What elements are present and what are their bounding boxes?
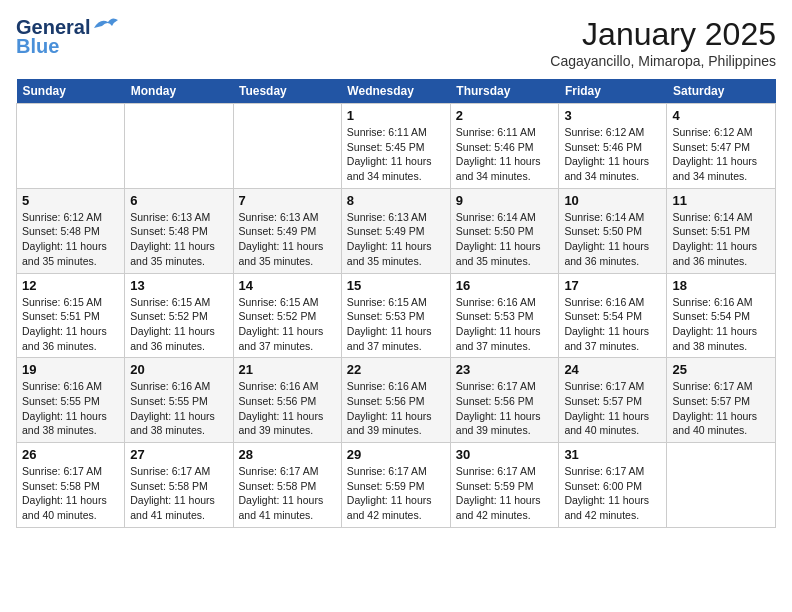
day-detail: Sunrise: 6:12 AM Sunset: 5:47 PM Dayligh… [672, 125, 770, 184]
page-header: General Blue January 2025 Cagayancillo, … [16, 16, 776, 69]
month-year-title: January 2025 [550, 16, 776, 53]
calendar-cell: 14Sunrise: 6:15 AM Sunset: 5:52 PM Dayli… [233, 273, 341, 358]
day-detail: Sunrise: 6:17 AM Sunset: 5:56 PM Dayligh… [456, 379, 554, 438]
calendar-cell: 29Sunrise: 6:17 AM Sunset: 5:59 PM Dayli… [341, 443, 450, 528]
day-number: 20 [130, 362, 227, 377]
day-detail: Sunrise: 6:13 AM Sunset: 5:48 PM Dayligh… [130, 210, 227, 269]
day-number: 18 [672, 278, 770, 293]
day-detail: Sunrise: 6:17 AM Sunset: 5:58 PM Dayligh… [22, 464, 119, 523]
week-row-2: 5Sunrise: 6:12 AM Sunset: 5:48 PM Daylig… [17, 188, 776, 273]
calendar-cell: 1Sunrise: 6:11 AM Sunset: 5:45 PM Daylig… [341, 104, 450, 189]
day-detail: Sunrise: 6:16 AM Sunset: 5:55 PM Dayligh… [130, 379, 227, 438]
day-number: 27 [130, 447, 227, 462]
logo-blue: Blue [16, 35, 59, 58]
day-number: 10 [564, 193, 661, 208]
day-detail: Sunrise: 6:13 AM Sunset: 5:49 PM Dayligh… [347, 210, 445, 269]
day-detail: Sunrise: 6:14 AM Sunset: 5:50 PM Dayligh… [564, 210, 661, 269]
calendar-cell [233, 104, 341, 189]
weekday-header-monday: Monday [125, 79, 233, 104]
weekday-header-sunday: Sunday [17, 79, 125, 104]
day-number: 29 [347, 447, 445, 462]
calendar-cell [17, 104, 125, 189]
calendar-cell [125, 104, 233, 189]
weekday-header-friday: Friday [559, 79, 667, 104]
logo: General Blue [16, 16, 120, 58]
day-detail: Sunrise: 6:17 AM Sunset: 5:57 PM Dayligh… [564, 379, 661, 438]
day-number: 3 [564, 108, 661, 123]
day-number: 25 [672, 362, 770, 377]
calendar-cell: 16Sunrise: 6:16 AM Sunset: 5:53 PM Dayli… [450, 273, 559, 358]
calendar-cell: 20Sunrise: 6:16 AM Sunset: 5:55 PM Dayli… [125, 358, 233, 443]
calendar-cell: 25Sunrise: 6:17 AM Sunset: 5:57 PM Dayli… [667, 358, 776, 443]
calendar-cell: 15Sunrise: 6:15 AM Sunset: 5:53 PM Dayli… [341, 273, 450, 358]
calendar-cell: 24Sunrise: 6:17 AM Sunset: 5:57 PM Dayli… [559, 358, 667, 443]
day-detail: Sunrise: 6:13 AM Sunset: 5:49 PM Dayligh… [239, 210, 336, 269]
calendar-cell: 30Sunrise: 6:17 AM Sunset: 5:59 PM Dayli… [450, 443, 559, 528]
calendar-cell: 4Sunrise: 6:12 AM Sunset: 5:47 PM Daylig… [667, 104, 776, 189]
day-detail: Sunrise: 6:16 AM Sunset: 5:53 PM Dayligh… [456, 295, 554, 354]
calendar-cell: 11Sunrise: 6:14 AM Sunset: 5:51 PM Dayli… [667, 188, 776, 273]
week-row-5: 26Sunrise: 6:17 AM Sunset: 5:58 PM Dayli… [17, 443, 776, 528]
day-detail: Sunrise: 6:15 AM Sunset: 5:52 PM Dayligh… [239, 295, 336, 354]
day-number: 19 [22, 362, 119, 377]
day-detail: Sunrise: 6:17 AM Sunset: 5:58 PM Dayligh… [130, 464, 227, 523]
day-number: 1 [347, 108, 445, 123]
day-detail: Sunrise: 6:16 AM Sunset: 5:54 PM Dayligh… [564, 295, 661, 354]
day-number: 30 [456, 447, 554, 462]
day-number: 11 [672, 193, 770, 208]
day-number: 16 [456, 278, 554, 293]
calendar-cell: 12Sunrise: 6:15 AM Sunset: 5:51 PM Dayli… [17, 273, 125, 358]
weekday-header-tuesday: Tuesday [233, 79, 341, 104]
day-number: 24 [564, 362, 661, 377]
day-detail: Sunrise: 6:11 AM Sunset: 5:46 PM Dayligh… [456, 125, 554, 184]
day-number: 4 [672, 108, 770, 123]
weekday-header-row: SundayMondayTuesdayWednesdayThursdayFrid… [17, 79, 776, 104]
title-block: January 2025 Cagayancillo, Mimaropa, Phi… [550, 16, 776, 69]
day-detail: Sunrise: 6:12 AM Sunset: 5:46 PM Dayligh… [564, 125, 661, 184]
calendar-cell: 21Sunrise: 6:16 AM Sunset: 5:56 PM Dayli… [233, 358, 341, 443]
day-detail: Sunrise: 6:16 AM Sunset: 5:56 PM Dayligh… [347, 379, 445, 438]
calendar-cell [667, 443, 776, 528]
day-number: 15 [347, 278, 445, 293]
calendar-cell: 19Sunrise: 6:16 AM Sunset: 5:55 PM Dayli… [17, 358, 125, 443]
day-detail: Sunrise: 6:17 AM Sunset: 5:59 PM Dayligh… [347, 464, 445, 523]
weekday-header-wednesday: Wednesday [341, 79, 450, 104]
weekday-header-saturday: Saturday [667, 79, 776, 104]
location-subtitle: Cagayancillo, Mimaropa, Philippines [550, 53, 776, 69]
day-number: 8 [347, 193, 445, 208]
day-number: 31 [564, 447, 661, 462]
day-number: 13 [130, 278, 227, 293]
week-row-1: 1Sunrise: 6:11 AM Sunset: 5:45 PM Daylig… [17, 104, 776, 189]
calendar-cell: 2Sunrise: 6:11 AM Sunset: 5:46 PM Daylig… [450, 104, 559, 189]
calendar-cell: 5Sunrise: 6:12 AM Sunset: 5:48 PM Daylig… [17, 188, 125, 273]
day-number: 23 [456, 362, 554, 377]
day-detail: Sunrise: 6:17 AM Sunset: 5:59 PM Dayligh… [456, 464, 554, 523]
day-detail: Sunrise: 6:15 AM Sunset: 5:52 PM Dayligh… [130, 295, 227, 354]
calendar-cell: 3Sunrise: 6:12 AM Sunset: 5:46 PM Daylig… [559, 104, 667, 189]
day-detail: Sunrise: 6:17 AM Sunset: 6:00 PM Dayligh… [564, 464, 661, 523]
weekday-header-thursday: Thursday [450, 79, 559, 104]
calendar-cell: 26Sunrise: 6:17 AM Sunset: 5:58 PM Dayli… [17, 443, 125, 528]
calendar-cell: 18Sunrise: 6:16 AM Sunset: 5:54 PM Dayli… [667, 273, 776, 358]
day-detail: Sunrise: 6:17 AM Sunset: 5:57 PM Dayligh… [672, 379, 770, 438]
day-number: 9 [456, 193, 554, 208]
day-number: 12 [22, 278, 119, 293]
day-detail: Sunrise: 6:15 AM Sunset: 5:51 PM Dayligh… [22, 295, 119, 354]
day-number: 28 [239, 447, 336, 462]
day-number: 22 [347, 362, 445, 377]
day-detail: Sunrise: 6:14 AM Sunset: 5:50 PM Dayligh… [456, 210, 554, 269]
day-detail: Sunrise: 6:11 AM Sunset: 5:45 PM Dayligh… [347, 125, 445, 184]
calendar-cell: 7Sunrise: 6:13 AM Sunset: 5:49 PM Daylig… [233, 188, 341, 273]
calendar-cell: 10Sunrise: 6:14 AM Sunset: 5:50 PM Dayli… [559, 188, 667, 273]
day-number: 6 [130, 193, 227, 208]
day-detail: Sunrise: 6:14 AM Sunset: 5:51 PM Dayligh… [672, 210, 770, 269]
calendar-cell: 17Sunrise: 6:16 AM Sunset: 5:54 PM Dayli… [559, 273, 667, 358]
week-row-4: 19Sunrise: 6:16 AM Sunset: 5:55 PM Dayli… [17, 358, 776, 443]
day-detail: Sunrise: 6:16 AM Sunset: 5:55 PM Dayligh… [22, 379, 119, 438]
calendar-cell: 22Sunrise: 6:16 AM Sunset: 5:56 PM Dayli… [341, 358, 450, 443]
day-number: 5 [22, 193, 119, 208]
week-row-3: 12Sunrise: 6:15 AM Sunset: 5:51 PM Dayli… [17, 273, 776, 358]
day-detail: Sunrise: 6:15 AM Sunset: 5:53 PM Dayligh… [347, 295, 445, 354]
day-detail: Sunrise: 6:17 AM Sunset: 5:58 PM Dayligh… [239, 464, 336, 523]
day-detail: Sunrise: 6:16 AM Sunset: 5:54 PM Dayligh… [672, 295, 770, 354]
